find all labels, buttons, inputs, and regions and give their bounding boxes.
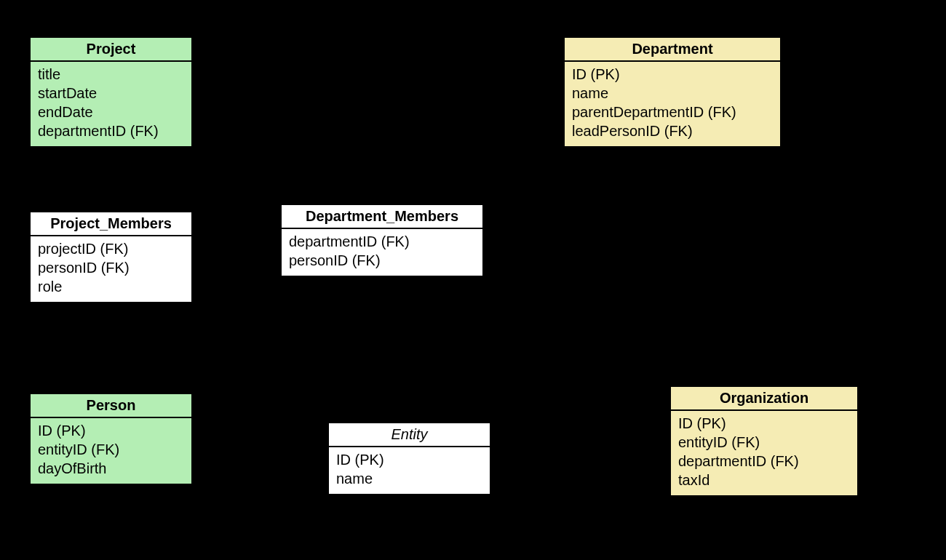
attr: startDate (38, 84, 184, 103)
attr: entityID (FK) (678, 433, 850, 452)
entity-person: Person ID (PK) entityID (FK) dayOfBirth (29, 393, 193, 485)
attr: ID (PK) (38, 421, 184, 440)
attr: personID (FK) (38, 258, 184, 277)
attr: name (336, 469, 482, 488)
entity-project-attrs: title startDate endDate departmentID (FK… (31, 62, 191, 146)
entity-organization-title: Organization (671, 387, 857, 411)
attr: projectID (FK) (38, 239, 184, 258)
attr: ID (PK) (572, 65, 773, 84)
entity-organization: Organization ID (PK) entityID (FK) depar… (669, 385, 859, 497)
attr: dayOfBirth (38, 459, 184, 478)
entity-person-attrs: ID (PK) entityID (FK) dayOfBirth (31, 418, 191, 484)
attr: personID (FK) (289, 251, 475, 270)
attr: leadPersonID (FK) (572, 121, 773, 140)
attr: name (572, 84, 773, 103)
attr: parentDepartmentID (FK) (572, 103, 773, 121)
attr: departmentID (FK) (38, 121, 184, 140)
attr: endDate (38, 103, 184, 121)
entity-department-attrs: ID (PK) name parentDepartmentID (FK) lea… (565, 62, 780, 146)
attr: title (38, 65, 184, 84)
entity-organization-attrs: ID (PK) entityID (FK) departmentID (FK) … (671, 411, 857, 495)
entity-project-members: Project_Members projectID (FK) personID … (29, 211, 193, 303)
entity-project: Project title startDate endDate departme… (29, 36, 193, 148)
attr: departmentID (FK) (289, 232, 475, 251)
attr: role (38, 277, 184, 296)
entity-entity-title: Entity (329, 423, 490, 447)
entity-department-title: Department (565, 38, 780, 62)
entity-entity: Entity ID (PK) name (327, 422, 491, 495)
attr: taxId (678, 471, 850, 489)
attr: departmentID (FK) (678, 452, 850, 471)
entity-project-title: Project (31, 38, 191, 62)
entity-person-title: Person (31, 394, 191, 418)
attr: entityID (FK) (38, 440, 184, 459)
entity-entity-attrs: ID (PK) name (329, 447, 490, 494)
entity-project-members-attrs: projectID (FK) personID (FK) role (31, 236, 191, 302)
entity-department-members-title: Department_Members (282, 205, 482, 229)
entity-department-members: Department_Members departmentID (FK) per… (280, 204, 484, 277)
entity-project-members-title: Project_Members (31, 212, 191, 236)
attr: ID (PK) (678, 414, 850, 433)
entity-department-members-attrs: departmentID (FK) personID (FK) (282, 229, 482, 276)
entity-department: Department ID (PK) name parentDepartment… (563, 36, 782, 148)
attr: ID (PK) (336, 450, 482, 469)
